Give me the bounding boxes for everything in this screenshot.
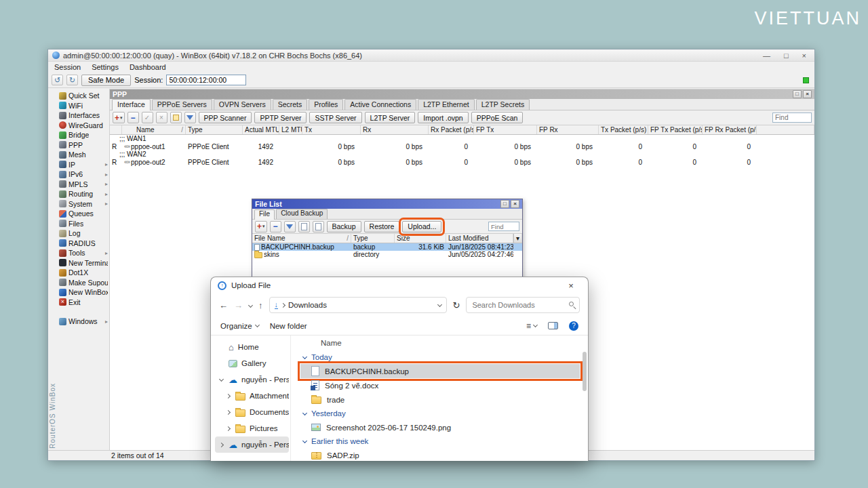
import-ovpn-button[interactable]: Import .ovpn [418, 112, 468, 123]
remove-button[interactable]: − [270, 221, 281, 232]
sidebar-item-attachments[interactable]: Attachments [215, 388, 289, 404]
sidebar-item-mesh[interactable]: Mesh [58, 150, 109, 160]
close-icon[interactable]: × [802, 52, 806, 60]
backup-button[interactable]: Backup [327, 221, 361, 232]
group-header-today[interactable]: Today [300, 350, 588, 364]
column-rx[interactable]: Rx [361, 125, 429, 134]
column-type[interactable]: Type [186, 125, 243, 134]
name-column-header[interactable]: Name [300, 336, 588, 350]
close-icon[interactable]: × [511, 200, 519, 208]
column-actual-mtu[interactable]: Actual MTU [243, 125, 279, 134]
preview-pane-icon[interactable] [548, 322, 558, 329]
tab-ovpn-servers[interactable]: OVPN Servers [214, 99, 271, 110]
table-row-comment-wan2[interactable]: ;;; WAN2 [110, 150, 814, 158]
column-rx-packet[interactable]: Rx Packet (p/s) [429, 125, 474, 134]
column-tx[interactable]: Tx [302, 125, 361, 134]
sidebar-item-documents[interactable]: Documents [215, 404, 289, 420]
column-l2-mtu[interactable]: L2 MTU [279, 125, 302, 134]
sidebar-item-onedrive-personal[interactable]: ☁nguyễn - Pers [215, 371, 289, 388]
column-fp-tx-packet[interactable]: FP Tx Packet (p/s) [648, 125, 703, 134]
sidebar-item-queues[interactable]: Queues [58, 209, 109, 219]
tab-file[interactable]: File [254, 209, 275, 220]
pptp-server-button[interactable]: PPTP Server [254, 112, 307, 123]
organize-button[interactable]: Organize [220, 322, 259, 330]
group-header-yesterday[interactable]: Yesterday [300, 407, 588, 420]
recent-locations-icon[interactable] [249, 302, 252, 308]
column-size[interactable]: Size [395, 234, 446, 243]
ppp-titlebar[interactable]: PPP □ × [110, 89, 814, 99]
menu-session[interactable]: Session [54, 63, 81, 71]
file-row-sadp-zip[interactable]: SADP.zip [300, 448, 588, 461]
column-select-button[interactable]: ▾ [513, 234, 522, 243]
search-input[interactable] [472, 301, 574, 309]
ppp-scanner-button[interactable]: PPP Scanner [199, 112, 252, 123]
column-fp-tx[interactable]: FP Tx [474, 125, 537, 134]
upload-button[interactable]: Upload... [402, 221, 441, 232]
sidebar-item-windows[interactable]: Windows [58, 317, 109, 327]
menu-dashboard[interactable]: Dashboard [130, 63, 166, 71]
tab-cloud-backup[interactable]: Cloud Backup [276, 209, 328, 219]
column-name[interactable]: Name [122, 125, 186, 134]
column-fp-rx[interactable]: FP Rx [537, 125, 599, 134]
add-button[interactable]: +▾ [255, 221, 267, 232]
sidebar-item-gallery[interactable]: Gallery [215, 355, 289, 371]
enable-button[interactable]: ✓ [142, 112, 153, 123]
sidebar-item-quick-set[interactable]: Quick Set [58, 91, 109, 101]
sidebar-item-files[interactable]: Files [58, 219, 109, 229]
sidebar-item-bridge[interactable]: Bridge [58, 130, 109, 140]
chevron-collapsed-icon[interactable] [225, 393, 230, 398]
table-row-pppoe-out2[interactable]: R «»pppoe-out2 PPPoE Client 1492 0 bps 0… [110, 158, 814, 166]
tab-profiles[interactable]: Profiles [309, 99, 343, 110]
new-folder-button[interactable]: New folder [270, 322, 307, 330]
tab-l2tp-secrets[interactable]: L2TP Secrets [476, 99, 530, 110]
tab-interface[interactable]: Interface [112, 99, 151, 110]
sidebar-item-system[interactable]: System [58, 199, 109, 209]
chevron-collapsed-icon[interactable] [225, 409, 230, 414]
filter-button[interactable] [184, 112, 196, 123]
column-tx-packet[interactable]: Tx Packet (p/s) [599, 125, 648, 134]
sidebar-item-home[interactable]: ⌂Home [215, 339, 289, 355]
sidebar-item-radius[interactable]: RADIUS [58, 239, 109, 249]
comment-button[interactable] [170, 112, 182, 123]
add-button[interactable]: +▾ [113, 112, 125, 123]
sidebar-item-wireguard[interactable]: WireGuard [58, 121, 109, 131]
breadcrumb-location[interactable]: Downloads [288, 301, 327, 309]
tab-pppoe-servers[interactable]: PPPoE Servers [152, 99, 212, 110]
forward-icon[interactable]: → [234, 300, 243, 310]
scrollbar-thumb[interactable] [583, 352, 587, 391]
sidebar-item-make-supout[interactable]: Make Supout.rif [58, 278, 109, 288]
address-bar[interactable]: ↓ Downloads [269, 297, 447, 313]
maximize-icon[interactable]: □ [500, 200, 509, 208]
filter-button[interactable] [284, 221, 296, 232]
sidebar-item-onedrive-personal-2[interactable]: ☁nguyễn - Pers [215, 436, 289, 453]
sidebar-item-interfaces[interactable]: Interfaces [58, 110, 109, 121]
sidebar-item-ip[interactable]: IP [58, 160, 109, 170]
dialog-titlebar[interactable]: Upload File × [211, 277, 588, 293]
chevron-expanded-icon[interactable] [218, 376, 223, 381]
refresh-icon[interactable]: ↻ [453, 300, 460, 310]
file-row-song-2-ve-docx[interactable]: Sóng 2 vẽ.docx [300, 378, 588, 392]
sidebar-item-ppp[interactable]: PPP [58, 140, 109, 150]
close-icon[interactable]: × [803, 90, 812, 98]
file-row-trade[interactable]: trade [300, 392, 588, 407]
tab-l2tp-ethernet[interactable]: L2TP Ethernet [418, 99, 475, 110]
chevron-collapsed-icon[interactable] [225, 426, 230, 430]
undo-icon[interactable]: ↺ [52, 75, 63, 85]
sidebar-item-routing[interactable]: Routing [58, 189, 109, 199]
safe-mode-button[interactable]: Safe Mode [81, 75, 131, 86]
address-dropdown-icon[interactable] [437, 302, 441, 306]
chevron-collapsed-icon[interactable] [218, 442, 223, 447]
restore-icon[interactable]: □ [793, 90, 802, 98]
copy-button[interactable] [298, 221, 310, 232]
group-header-earlier-this-week[interactable]: Earlier this week [300, 434, 588, 448]
sidebar-item-new-winbox[interactable]: New WinBox [58, 287, 109, 298]
remove-button[interactable]: − [127, 112, 139, 123]
minimize-icon[interactable]: — [763, 52, 770, 60]
column-type[interactable]: Type [351, 234, 395, 243]
file-list-titlebar[interactable]: File List □ × [252, 199, 522, 209]
find-input[interactable] [772, 113, 812, 123]
view-options-button[interactable]: ≡ [526, 321, 537, 331]
sstp-server-button[interactable]: SSTP Server [309, 112, 361, 123]
close-icon[interactable]: × [561, 281, 581, 291]
restore-button[interactable]: Restore [364, 221, 400, 232]
